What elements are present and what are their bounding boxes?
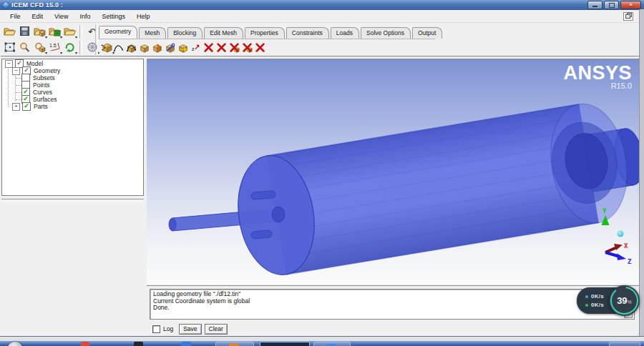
z-tolerance-button[interactable] (190, 41, 202, 54)
repair-geometry-button[interactable] (151, 41, 163, 54)
delete-curve-icon (216, 42, 228, 54)
menu-file[interactable]: File (4, 11, 26, 21)
origin-sphere-icon (618, 231, 624, 237)
message-panel: Loading geometry file "./df12.tin" Curre… (147, 285, 639, 336)
menu-view[interactable]: View (49, 11, 74, 21)
delete-surface-icon (229, 42, 240, 54)
titlebar[interactable]: ICEM CFD 15.0 : × (0, 0, 644, 10)
log-line: Current Coordinate system is global (153, 298, 624, 305)
app-icon (3, 2, 9, 8)
taskbar-icon-dark[interactable] (134, 342, 143, 346)
upload-speed: 0K/s (591, 293, 604, 300)
transform-geometry-icon (165, 42, 176, 54)
taskbar[interactable] (0, 341, 644, 346)
taskbar-app-blue[interactable] (313, 342, 351, 346)
maximize-icon (609, 3, 615, 8)
ansys-watermark: ANSYS R15.0 (563, 64, 632, 90)
fit-window-button[interactable] (2, 40, 17, 54)
maximize-button[interactable] (604, 1, 619, 9)
tab-constraints[interactable]: Constraints (286, 27, 329, 39)
model-tree-panel[interactable]: − ✓ Model − ✓ Geometry ✓ Subsets ✓ Point… (1, 59, 144, 196)
measure-button[interactable]: ▾ (32, 40, 47, 54)
tab-loads[interactable]: Loads (331, 27, 359, 39)
restore-dormant-button[interactable] (177, 41, 189, 54)
save-button[interactable]: Save (179, 324, 201, 335)
tab-blocking[interactable]: Blocking (167, 27, 203, 39)
download-dot-icon (585, 304, 588, 307)
memory-gauge[interactable]: 39% (609, 285, 640, 316)
tab-solve-options[interactable]: Solve Options (361, 27, 411, 39)
start-orb[interactable] (7, 342, 23, 346)
function-tabs: Geometry Mesh Blocking Edit Mesh Propert… (99, 24, 444, 39)
window-title: ICEM CFD 15.0 : (11, 1, 63, 9)
create-surface-button[interactable] (125, 41, 137, 54)
zoom-button[interactable] (17, 40, 32, 54)
menu-help[interactable]: Help (131, 11, 156, 21)
log-line: Done. (153, 305, 624, 312)
magnifier-icon (19, 41, 31, 53)
net-speed-widget[interactable]: 0K/s 0K/s 39% (577, 285, 640, 317)
dropdown-icon: ▾ (75, 35, 77, 39)
create-curve-button[interactable] (112, 41, 125, 54)
menu-settings[interactable]: Settings (96, 11, 131, 21)
cylinder-model[interactable] (147, 59, 639, 285)
tree-item-geometry[interactable]: − ✓ Geometry (12, 67, 60, 74)
log-checkbox[interactable] (152, 325, 160, 333)
transform-geometry-button[interactable] (164, 41, 176, 54)
tree-item-label: Parts (34, 103, 48, 110)
create-point-button[interactable] (99, 41, 112, 54)
create-surface-icon (126, 42, 137, 54)
tab-edit-mesh[interactable]: Edit Mesh (204, 27, 243, 39)
minimize-button[interactable] (587, 1, 602, 9)
icem-cfd-window: ICEM CFD 15.0 : × File Edit View Info Se… (0, 0, 644, 336)
main-cylinder (230, 95, 639, 280)
taskbar-app-window[interactable] (260, 342, 310, 346)
open-project-button[interactable] (2, 24, 17, 39)
menu-edit[interactable]: Edit (26, 11, 49, 21)
message-log-box[interactable]: Loading geometry file "./df12.tin" Curre… (150, 289, 635, 320)
tree-connector (16, 78, 21, 79)
taskbar-app-active[interactable] (215, 342, 254, 346)
local-coords-button[interactable]: ▾ (47, 40, 62, 54)
delete-any-button[interactable] (254, 41, 266, 54)
tab-mesh[interactable]: Mesh (139, 27, 166, 39)
delete-point-icon (203, 42, 215, 54)
close-button[interactable]: × (620, 1, 641, 9)
create-body-button[interactable] (138, 41, 150, 54)
expand-expander-icon[interactable]: + (12, 103, 20, 111)
tab-geometry[interactable]: Geometry (99, 26, 137, 39)
taskbar-icon-blue[interactable] (182, 342, 191, 346)
delete-point-button[interactable] (203, 41, 215, 54)
delete-curve-button[interactable] (215, 41, 228, 54)
collapse-expander-icon[interactable]: − (12, 67, 20, 75)
open-mesh-icon (49, 26, 62, 37)
tab-properties[interactable]: Properties (245, 27, 285, 39)
delete-body-button[interactable] (241, 41, 253, 54)
tree-item-label: Surfaces (33, 96, 57, 103)
mdi-restore-button[interactable] (623, 12, 633, 21)
create-body-icon (139, 42, 150, 54)
open-geometry-icon (34, 26, 47, 37)
tab-baseline (99, 39, 435, 39)
save-project-button[interactable] (17, 24, 32, 39)
parts-checkbox[interactable]: ✓ (22, 102, 31, 111)
tree-connector (16, 92, 21, 93)
geometry-tool-row (99, 41, 266, 54)
tree-item-label: Points (33, 81, 50, 89)
open-attributes-button[interactable]: ▾ (62, 24, 77, 39)
taskbar-icon-red[interactable] (81, 342, 89, 346)
toolbar-separator (79, 41, 82, 54)
system-tray[interactable] (609, 342, 640, 346)
delete-surface-button[interactable] (228, 41, 240, 54)
tab-output[interactable]: Output (412, 27, 443, 39)
toolbar-separator (79, 25, 82, 39)
window-controls: × (587, 1, 641, 9)
open-geometry-button[interactable]: ▾ (32, 24, 47, 39)
refresh-button[interactable]: ▾ (62, 40, 77, 54)
viewport-3d[interactable]: ANSYS R15.0 Y X Z (147, 59, 639, 285)
open-mesh-button[interactable]: ▾ (47, 24, 62, 39)
menu-info[interactable]: Info (74, 11, 96, 21)
clear-button[interactable]: Clear (205, 324, 228, 335)
gauge-arc-icon (609, 285, 640, 316)
tree-item-parts[interactable]: + ✓ Parts (12, 103, 48, 110)
